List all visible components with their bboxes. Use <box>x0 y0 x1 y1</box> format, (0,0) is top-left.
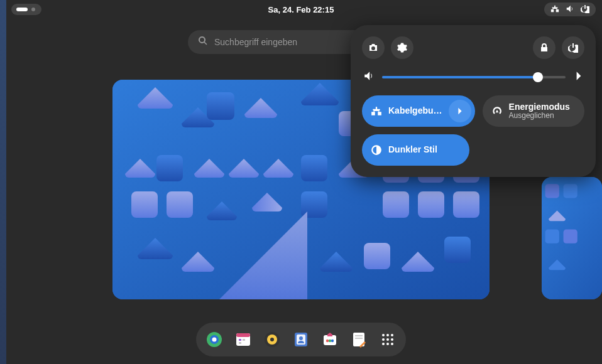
quick-settings-popover: Kabelgebu… Energiemodus Ausgeglichen Dun… <box>351 25 596 177</box>
dash-app-calendar[interactable] <box>235 331 251 348</box>
workspace-indicator-active <box>16 8 28 11</box>
svg-point-48 <box>386 338 389 341</box>
network-submenu-button[interactable] <box>449 100 471 122</box>
search-icon <box>198 36 208 48</box>
svg-rect-20 <box>564 184 577 198</box>
svg-point-46 <box>391 334 393 336</box>
activities-button[interactable] <box>11 4 41 15</box>
svg-point-49 <box>391 338 393 341</box>
svg-point-33 <box>270 338 274 341</box>
svg-point-38 <box>326 340 329 342</box>
svg-point-36 <box>299 336 303 340</box>
svg-rect-12 <box>383 191 409 218</box>
speedometer-icon <box>491 105 503 117</box>
network-tile-label: Kabelgebu… <box>388 106 442 115</box>
svg-point-40 <box>331 340 334 342</box>
dash-app-grid-button[interactable] <box>380 331 396 348</box>
svg-rect-28 <box>239 339 241 341</box>
adjacent-workspace-edge <box>0 0 6 364</box>
dark-style-tile[interactable]: Dunkler Stil <box>362 134 469 166</box>
dash-app-software[interactable] <box>322 331 338 348</box>
dash <box>196 323 406 356</box>
lock-button[interactable] <box>533 36 555 59</box>
svg-point-25 <box>212 338 217 342</box>
svg-rect-4 <box>156 155 183 181</box>
power-icon <box>581 4 589 15</box>
svg-point-39 <box>329 340 331 342</box>
clock-label[interactable]: Sa, 24. Feb 22:15 <box>268 5 334 14</box>
svg-point-50 <box>382 343 385 345</box>
dark-style-tile-label: Dunkler Stil <box>388 145 466 154</box>
audio-output-submenu-button[interactable] <box>573 70 584 84</box>
svg-point-45 <box>386 334 389 336</box>
volume-icon <box>363 70 375 84</box>
svg-rect-14 <box>453 191 479 218</box>
power-mode-tile-label: Energiemodus <box>509 102 581 112</box>
workspace-indicator-dot <box>31 8 35 11</box>
dark-mode-icon <box>371 144 382 156</box>
svg-rect-13 <box>418 191 444 218</box>
svg-rect-22 <box>564 230 577 244</box>
volume-icon <box>566 4 574 15</box>
svg-rect-17 <box>444 237 471 263</box>
power-mode-tile-sublabel: Ausgeglichen <box>509 112 581 120</box>
svg-rect-16 <box>364 243 390 269</box>
dash-app-contacts[interactable] <box>293 331 309 348</box>
svg-rect-5 <box>301 155 327 181</box>
svg-point-51 <box>386 343 389 345</box>
svg-rect-43 <box>355 338 363 339</box>
dash-app-text-editor[interactable] <box>351 331 367 348</box>
network-tile[interactable]: Kabelgebu… <box>362 95 475 127</box>
svg-rect-30 <box>239 342 241 344</box>
power-menu-button[interactable] <box>562 36 584 59</box>
network-wired-icon <box>371 105 382 117</box>
chevron-right-icon <box>456 107 464 115</box>
svg-rect-9 <box>131 191 158 218</box>
status-area[interactable] <box>544 3 596 16</box>
svg-point-52 <box>391 343 393 345</box>
dash-app-music[interactable] <box>264 331 280 348</box>
svg-point-47 <box>382 338 385 341</box>
svg-rect-27 <box>236 333 250 337</box>
workspace-thumbnail-2[interactable] <box>542 177 602 299</box>
dash-app-web-browser[interactable] <box>206 331 222 348</box>
top-bar: Sa, 24. Feb 22:15 <box>0 0 602 19</box>
power-mode-tile[interactable]: Energiemodus Ausgeglichen <box>483 95 584 127</box>
svg-rect-42 <box>355 335 363 336</box>
screenshot-button[interactable] <box>362 36 385 59</box>
settings-button[interactable] <box>391 36 413 59</box>
svg-rect-1 <box>207 92 234 120</box>
svg-rect-19 <box>545 184 559 198</box>
network-wired-icon <box>550 4 559 15</box>
svg-rect-21 <box>545 230 559 244</box>
svg-point-44 <box>382 334 385 336</box>
svg-rect-10 <box>167 191 193 218</box>
volume-slider[interactable] <box>382 76 566 78</box>
svg-rect-29 <box>243 339 245 341</box>
